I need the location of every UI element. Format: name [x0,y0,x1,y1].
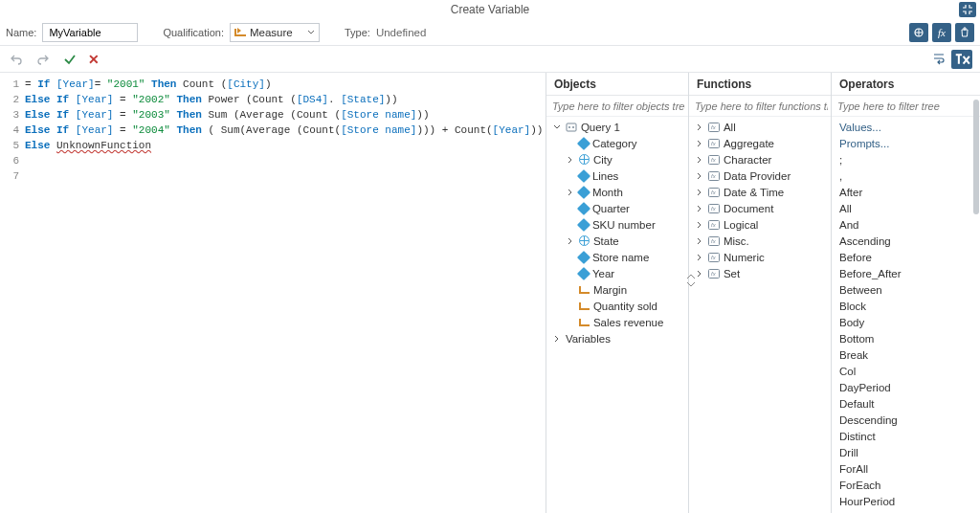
object-item[interactable]: City [548,151,686,167]
query-node[interactable]: Query 1 [548,119,686,135]
svg-text:fx: fx [711,141,717,146]
dimension-icon [577,217,590,231]
validate-button[interactable] [61,51,78,68]
operator-link[interactable]: Values... [839,119,972,135]
operator-item[interactable]: Block [839,298,972,314]
dimension-icon [577,266,590,279]
operator-item[interactable]: Before [839,249,972,265]
operator-item[interactable]: Ascending [839,233,972,249]
svg-text:fx: fx [711,271,717,277]
operator-item[interactable]: ; [839,151,972,167]
measure-icon [579,319,590,326]
object-item[interactable]: Margin [548,281,686,298]
redo-button[interactable] [34,51,52,68]
object-item[interactable]: SKU number [548,216,686,233]
fx-panel-button[interactable] [951,50,972,69]
svg-point-3 [568,126,570,128]
object-item[interactable]: Category [548,135,686,151]
operators-header: Operators [832,73,980,96]
svg-text:fx: fx [711,206,717,212]
function-category[interactable]: fxNumeric [691,249,829,265]
objects-header: Objects [546,73,688,96]
qualification-select[interactable]: Measure [230,23,320,42]
operator-item[interactable]: HourPeriod [839,493,972,509]
cancel-button[interactable]: ✕ [88,52,100,67]
function-category[interactable]: fxAggregate [691,135,829,151]
svg-text:fx: fx [711,173,717,179]
operator-link[interactable]: Prompts... [839,135,972,151]
expand-button[interactable] [959,2,976,17]
name-input[interactable] [42,23,138,42]
operator-item[interactable]: Body [839,314,972,330]
function-icon: fx [708,155,720,165]
object-item[interactable]: Quarter [548,200,686,216]
formula-button[interactable]: fx [932,23,951,42]
operator-item[interactable]: In [839,509,972,513]
object-item[interactable]: Year [548,265,686,281]
object-item[interactable]: Lines [548,167,686,184]
resize-handle[interactable] [686,274,696,289]
function-category[interactable]: fxCharacter [691,151,829,167]
function-icon: fx [708,220,720,230]
operator-item[interactable]: Before_After [839,265,972,281]
operator-item[interactable]: Descending [839,412,972,428]
functions-panel: Functions fxAllfxAggregatefxCharacterfxD… [688,73,831,513]
svg-text:fx: fx [711,255,717,260]
operator-item[interactable]: Col [839,363,972,379]
dialog-title: Create Variable [451,3,530,16]
operator-item[interactable]: ForEach [839,477,972,493]
operator-item[interactable]: After [839,184,972,200]
object-item[interactable]: Month [548,184,686,200]
operator-item[interactable]: DayPeriod [839,379,972,395]
operator-item[interactable]: ForAll [839,460,972,477]
function-category[interactable]: fxDocument [691,200,829,216]
undo-button[interactable] [8,51,25,68]
editor-toolbar: ✕ [0,46,980,73]
operator-item[interactable]: Default [839,395,972,412]
operators-filter[interactable] [837,100,970,112]
measure-icon [579,302,590,310]
functions-filter[interactable] [695,100,828,112]
function-category[interactable]: fxAll [691,119,829,135]
operator-item[interactable]: And [839,216,972,233]
chevron-down-icon [307,29,315,36]
definition-row: Name: Qualification: Measure Type: Undef… [0,19,980,46]
operator-item[interactable]: Break [839,346,972,363]
function-category[interactable]: fxSet [691,265,829,281]
object-item[interactable]: State [548,233,686,249]
formula-editor[interactable]: 1= If [Year]= "2001" Then Count ([City])… [0,73,546,513]
operator-item[interactable]: , [839,167,972,184]
wrap-button[interactable] [930,50,947,67]
function-icon: fx [708,253,720,262]
name-label: Name: [6,27,36,38]
object-item[interactable]: Sales revenue [548,314,686,330]
objects-filter[interactable] [552,100,685,112]
dimension-icon [577,136,590,149]
function-category[interactable]: fxLogical [691,216,829,233]
svg-text:fx: fx [711,238,717,244]
type-value: Undefined [376,27,426,38]
object-item[interactable]: Store name [548,249,686,265]
object-item[interactable]: Quantity sold [548,298,686,314]
operator-item[interactable]: Between [839,281,972,298]
operator-item[interactable]: Distinct [839,428,972,444]
svg-text:fx: fx [711,124,717,130]
function-category[interactable]: fxDate & Time [691,184,829,200]
variables-node[interactable]: Variables [548,330,686,346]
delete-button[interactable] [955,23,974,42]
operator-item[interactable]: Drill [839,444,972,460]
title-bar: Create Variable [0,0,980,19]
svg-text:fx: fx [711,190,717,195]
operator-item[interactable]: All [839,200,972,216]
scrollbar[interactable] [973,100,979,214]
function-icon: fx [708,204,720,213]
function-icon: fx [708,171,720,181]
functions-header: Functions [689,73,831,96]
function-category[interactable]: fxData Provider [691,167,829,184]
function-icon: fx [708,139,720,148]
operator-item[interactable]: Bottom [839,330,972,346]
custom-button-1[interactable] [909,23,928,42]
dimension-icon [577,185,590,198]
svg-text:fx: fx [711,222,717,228]
function-category[interactable]: fxMisc. [691,233,829,249]
